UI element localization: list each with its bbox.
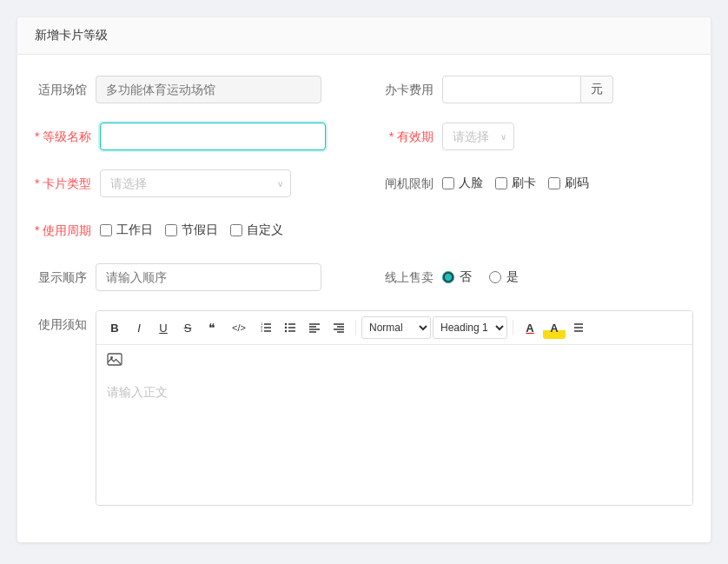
col-sale: 线上售卖 否 是 <box>381 263 693 291</box>
sale-yes-item[interactable]: 是 <box>489 269 519 285</box>
toolbar-quote[interactable]: ❝ <box>201 316 223 339</box>
row-level-validity: * 等级名称 * 有效期 请选择 <box>35 123 693 150</box>
sale-label: 线上售卖 <box>381 263 442 291</box>
period-holiday-label: 节假日 <box>182 222 218 238</box>
svg-text:3: 3 <box>261 328 263 333</box>
period-workday-checkbox[interactable] <box>100 224 112 236</box>
fee-label: 办卡费用 <box>381 76 442 103</box>
page-title: 新增卡片等级 <box>35 28 108 42</box>
col-validity: * 有效期 请选择 <box>381 123 693 150</box>
editor-toolbar: B I U S ❝ </> 123 <box>96 311 692 345</box>
sale-no-label: 否 <box>460 269 472 285</box>
gate-checkbox-group: 人脸 刷卡 刷码 <box>442 176 589 191</box>
notice-label: 使用须知 <box>35 310 96 338</box>
period-workday-item[interactable]: 工作日 <box>100 222 153 238</box>
toolbar-bold[interactable]: B <box>103 316 126 339</box>
validity-select-wrap: 请选择 <box>442 123 514 150</box>
gate-swipe-label: 刷卡 <box>512 176 536 191</box>
period-custom-item[interactable]: 自定义 <box>230 222 283 238</box>
level-label: * 等级名称 <box>35 123 100 150</box>
row-order-sale: 显示顺序 线上售卖 否 是 <box>35 263 693 291</box>
toolbar-align-left[interactable] <box>303 316 326 339</box>
row-cardtype-gate: * 卡片类型 请选择 闸机限制 人脸 刷卡 <box>35 169 693 197</box>
toolbar-normal-select[interactable]: Normal Heading 1 Heading 2 <box>361 316 431 339</box>
order-label: 显示顺序 <box>35 263 96 291</box>
toolbar-italic[interactable]: I <box>128 316 150 339</box>
svg-point-9 <box>285 323 287 325</box>
gate-swipe-item[interactable]: 刷卡 <box>495 176 536 191</box>
toolbar-align[interactable] <box>567 316 590 339</box>
col-level: * 等级名称 <box>35 123 347 150</box>
sale-yes-label: 是 <box>506 269 519 285</box>
period-label: * 使用周期 <box>35 216 100 244</box>
toolbar-divider2 <box>513 320 513 335</box>
toolbar-code[interactable]: </> <box>225 316 253 339</box>
toolbar-align-right[interactable] <box>328 316 350 339</box>
col-gate: 闸机限制 人脸 刷卡 刷码 <box>381 169 693 197</box>
toolbar-strikethrough[interactable]: S <box>176 316 199 339</box>
editor-wrap: B I U S ❝ </> 123 <box>96 310 693 506</box>
gate-scan-label: 刷码 <box>565 176 589 191</box>
col-cardtype: * 卡片类型 请选择 <box>35 169 347 197</box>
period-custom-checkbox[interactable] <box>230 224 242 236</box>
fee-input[interactable]: 0 <box>442 76 581 103</box>
order-input[interactable] <box>96 263 321 291</box>
svg-point-11 <box>285 330 287 332</box>
period-custom-label: 自定义 <box>247 222 283 238</box>
sale-radio-group: 否 是 <box>442 269 519 285</box>
toolbar-ordered-list[interactable]: 123 <box>255 316 277 339</box>
period-holiday-item[interactable]: 节假日 <box>165 222 218 238</box>
col-venue: 适用场馆 <box>35 76 347 103</box>
row-period: * 使用周期 工作日 节假日 自定义 <box>35 216 693 244</box>
editor-placeholder: 请输入正文 <box>107 385 168 399</box>
toolbar-font-color[interactable]: A <box>519 316 541 339</box>
validity-label: * 有效期 <box>381 123 442 150</box>
toolbar-heading-select[interactable]: Heading 1 Heading 2 Normal <box>433 316 507 339</box>
sale-no-radio[interactable] <box>442 271 454 283</box>
gate-face-item[interactable]: 人脸 <box>442 176 483 191</box>
svg-point-10 <box>285 327 287 328</box>
gate-scan-item[interactable]: 刷码 <box>548 176 589 191</box>
fee-unit: 元 <box>581 76 613 103</box>
sale-no-item[interactable]: 否 <box>442 269 472 285</box>
card-header: 新增卡片等级 <box>17 17 711 55</box>
sale-yes-radio[interactable] <box>489 271 501 283</box>
gate-swipe-checkbox[interactable] <box>495 177 507 189</box>
cardtype-select-wrap: 请选择 <box>100 169 291 197</box>
validity-select[interactable]: 请选择 <box>442 123 514 150</box>
cardtype-label: * 卡片类型 <box>35 169 100 197</box>
gate-face-label: 人脸 <box>459 176 483 191</box>
period-workday-label: 工作日 <box>116 222 153 238</box>
level-input[interactable] <box>100 123 326 150</box>
gate-scan-checkbox[interactable] <box>548 177 560 189</box>
period-checkbox-group: 工作日 节假日 自定义 <box>100 222 283 238</box>
toolbar-image[interactable] <box>103 348 126 371</box>
cardtype-select[interactable]: 请选择 <box>100 169 291 197</box>
row-venue-fee: 适用场馆 办卡费用 0 元 <box>35 76 693 103</box>
editor-toolbar-row2 <box>96 345 692 375</box>
col-fee: 办卡费用 0 元 <box>381 76 693 103</box>
row-notice: 使用须知 B I U S ❝ </> 123 <box>35 310 693 506</box>
gate-face-checkbox[interactable] <box>442 177 454 189</box>
period-holiday-checkbox[interactable] <box>165 224 177 236</box>
venue-label: 适用场馆 <box>35 76 96 103</box>
toolbar-unordered-list[interactable] <box>279 316 301 339</box>
toolbar-underline[interactable]: U <box>152 316 175 339</box>
toolbar-divider1 <box>355 320 356 335</box>
col-period: * 使用周期 工作日 节假日 自定义 <box>35 216 693 244</box>
gate-label: 闸机限制 <box>381 169 442 197</box>
venue-input[interactable] <box>96 76 321 103</box>
card-body: 适用场馆 办卡费用 0 元 * 等级名称 * 有效期 请选择 <box>17 55 711 542</box>
svg-point-24 <box>110 356 113 359</box>
editor-content[interactable]: 请输入正文 <box>96 375 692 505</box>
toolbar-highlight[interactable]: A <box>543 316 566 339</box>
col-order: 显示顺序 <box>35 263 347 291</box>
fee-input-wrap: 0 元 <box>442 76 613 103</box>
card-container: 新增卡片等级 适用场馆 办卡费用 0 元 * 等级名称 * <box>17 17 711 542</box>
